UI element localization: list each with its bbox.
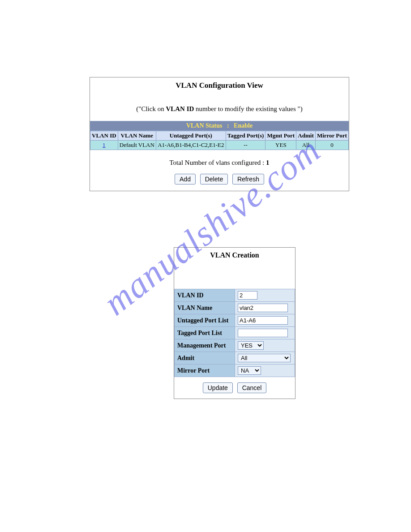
label-untagged: Untagged Port List xyxy=(175,314,235,327)
cell-untagged: A1-A6,B1-B4,C1-C2,E1-E2 xyxy=(156,141,226,150)
admit-select[interactable]: All xyxy=(238,354,291,362)
val-mirror: NA xyxy=(235,365,295,377)
col-tagged: Tagged Port(s) xyxy=(226,131,265,141)
untagged-port-input[interactable] xyxy=(238,316,288,325)
tagged-port-input[interactable] xyxy=(238,329,288,337)
add-button[interactable]: Add xyxy=(175,174,196,184)
mirror-port-select[interactable]: NA xyxy=(238,366,261,375)
config-view-hint: ("Click on VLAN ID number to modify the … xyxy=(90,93,349,121)
vlan-name-input[interactable] xyxy=(238,304,288,312)
col-mgmt: Mgmt Port xyxy=(265,131,296,141)
val-vlan-name xyxy=(235,302,295,314)
update-button[interactable]: Update xyxy=(203,382,233,393)
col-vlan-id: VLAN ID xyxy=(90,131,118,141)
cell-admit: All xyxy=(296,141,315,150)
cell-vlan-id: 1 xyxy=(90,141,118,150)
label-vlan-id: VLAN ID xyxy=(175,289,235,302)
label-tagged: Tagged Port List xyxy=(175,327,235,339)
hint-prefix: ("Click on xyxy=(136,105,166,112)
total-value: 1 xyxy=(266,159,270,166)
config-button-row: Add Delete Refresh xyxy=(90,172,349,191)
cancel-button[interactable]: Cancel xyxy=(237,382,267,393)
hint-suffix: number to modify the existing values ") xyxy=(194,105,302,112)
col-admit: Admit xyxy=(296,131,315,141)
label-vlan-name: VLAN Name xyxy=(175,302,235,314)
cell-mirror: 0 xyxy=(315,141,348,150)
col-mirror: Mirror Port xyxy=(315,131,348,141)
vlan-table-header-row: VLAN ID VLAN Name Untagged Port(s) Tagge… xyxy=(90,131,349,141)
label-mirror: Mirror Port xyxy=(175,365,235,377)
label-admit: Admit xyxy=(175,352,235,365)
total-line: Total Number of vlans configured : 1 xyxy=(90,150,349,172)
status-sep: : xyxy=(227,122,229,129)
delete-button[interactable]: Delete xyxy=(200,174,228,184)
cell-mgmt: YES xyxy=(265,141,296,150)
label-mgmt: Management Port xyxy=(175,339,235,352)
vlan-table: VLAN ID VLAN Name Untagged Port(s) Tagge… xyxy=(90,131,349,150)
col-vlan-name: VLAN Name xyxy=(118,131,156,141)
col-untagged: Untagged Port(s) xyxy=(156,131,226,141)
total-prefix: Total Number of vlans configured : xyxy=(169,159,266,166)
hint-bold: VLAN ID xyxy=(166,105,194,112)
mgmt-port-select[interactable]: YES xyxy=(238,341,264,350)
vlan-status-bar: VLAN Status : Enable xyxy=(90,121,349,131)
vlan-creation-panel: VLAN Creation VLAN ID VLAN Name Untagged… xyxy=(174,247,295,399)
cell-vlan-name: Default VLAN xyxy=(118,141,156,150)
creation-form-table: VLAN ID VLAN Name Untagged Port List Tag… xyxy=(174,289,295,377)
val-tagged xyxy=(235,327,295,339)
val-untagged xyxy=(235,314,295,327)
refresh-button[interactable]: Refresh xyxy=(232,174,264,184)
val-admit: All xyxy=(235,352,295,365)
vlan-config-view-panel: VLAN Configuration View ("Click on VLAN … xyxy=(90,77,349,191)
creation-button-row: Update Cancel xyxy=(174,377,295,399)
status-label: VLAN Status xyxy=(186,122,223,129)
val-vlan-id xyxy=(235,289,295,302)
status-value: Enable xyxy=(234,122,253,129)
vlan-id-link[interactable]: 1 xyxy=(103,142,106,148)
vlan-id-input[interactable] xyxy=(238,291,257,300)
config-view-title: VLAN Configuration View xyxy=(90,77,349,93)
creation-title: VLAN Creation xyxy=(174,248,295,262)
cell-tagged: -- xyxy=(226,141,265,150)
val-mgmt: YES xyxy=(235,339,295,352)
table-row: 1 Default VLAN A1-A6,B1-B4,C1-C2,E1-E2 -… xyxy=(90,141,349,150)
